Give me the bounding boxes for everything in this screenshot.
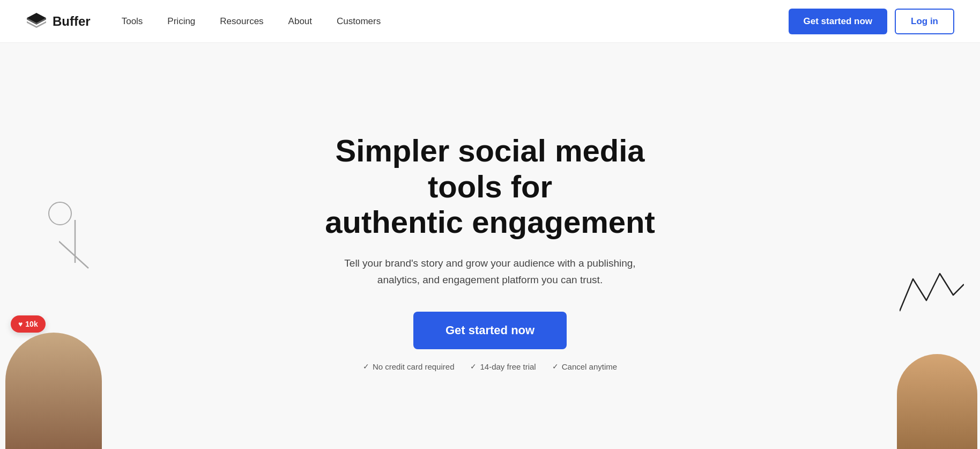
hero-benefits: ✓ No credit card required ✓ 14-day free … [363,362,617,371]
hero-get-started-button[interactable]: Get started now [413,312,567,349]
check-icon-no-card: ✓ [363,362,369,371]
check-icon-cancel: ✓ [552,362,559,371]
buffer-logo-icon [26,13,47,30]
nav-link-resources[interactable]: Resources [210,12,273,31]
benefit-free-trial: ✓ 14-day free trial [470,362,536,371]
benefit-no-card: ✓ No credit card required [363,362,455,371]
hero-subtitle: Tell your brand's story and grow your au… [340,255,640,288]
nav-link-pricing[interactable]: Pricing [158,12,205,31]
nav-actions: Get started now Log in [789,9,954,34]
check-icon-free-trial: ✓ [470,362,477,371]
nav-link-about[interactable]: About [279,12,322,31]
logo-link[interactable]: Buffer [26,13,91,30]
nav-get-started-button[interactable]: Get started now [789,9,887,34]
hero-title: Simpler social media tools for authentic… [302,133,678,240]
nav-links: Tools Pricing Resources About Customers [112,12,789,31]
nav-link-customers[interactable]: Customers [327,12,390,31]
navbar: Buffer Tools Pricing Resources About Cus… [0,0,980,43]
person-right-decoration [894,343,980,449]
hero-section: ♥ 10k Simpler social media tools for aut… [0,43,980,449]
logo-text: Buffer [53,14,91,29]
nav-link-tools[interactable]: Tools [112,12,153,31]
person-left-decoration [0,322,107,449]
left-lines-decoration [59,220,91,284]
right-lines-decoration [900,268,964,322]
benefit-cancel: ✓ Cancel anytime [552,362,617,371]
svg-line-1 [59,241,88,268]
nav-login-button[interactable]: Log in [895,9,954,34]
